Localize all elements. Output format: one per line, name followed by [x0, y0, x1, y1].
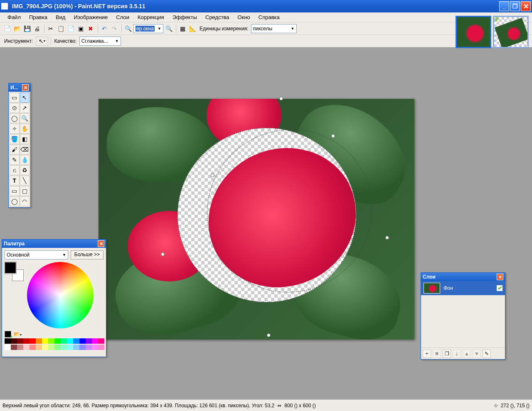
lasso-tool[interactable]: ⊙: [10, 103, 20, 113]
minimize-button[interactable]: _: [499, 1, 509, 11]
menu-window[interactable]: Окно: [234, 13, 254, 21]
rect-tool[interactable]: ▭: [10, 186, 20, 196]
swatch[interactable]: [11, 338, 17, 344]
crop-icon[interactable]: ▣: [76, 24, 85, 33]
swatch[interactable]: [17, 338, 23, 344]
swatch[interactable]: [54, 338, 61, 344]
swatch[interactable]: [42, 345, 48, 350]
swatch[interactable]: [61, 345, 67, 350]
gradient-tool[interactable]: ◧: [20, 134, 30, 144]
doc-thumb-1[interactable]: ✳️: [456, 16, 491, 48]
handle[interactable]: [211, 174, 214, 177]
open-icon[interactable]: 📂: [12, 24, 22, 33]
close-icon[interactable]: ✕: [22, 84, 29, 91]
freeform-tool[interactable]: ◠: [20, 196, 30, 206]
duplicate-layer-icon[interactable]: ❐: [443, 350, 451, 358]
manage-palette-icon[interactable]: 📂▾: [14, 331, 22, 337]
swatch[interactable]: [17, 345, 23, 350]
swatch[interactable]: [23, 345, 30, 350]
add-color-button[interactable]: [5, 331, 11, 338]
menu-image[interactable]: Изображение: [69, 13, 112, 21]
menu-tools[interactable]: Средства: [201, 13, 234, 21]
swatch[interactable]: [30, 338, 36, 344]
copy-icon[interactable]: 📋: [56, 24, 65, 33]
close-icon[interactable]: ✕: [497, 274, 503, 280]
layers-panel[interactable]: Слои✕ Фон ✔ ＋ ✖ ❐ ⤓ ▲ ▼ ✎: [421, 272, 505, 360]
zoom-out-icon[interactable]: 🔍: [123, 24, 133, 33]
ruler-icon[interactable]: 📐: [188, 24, 197, 33]
ellipse-select-tool[interactable]: ◯: [10, 113, 20, 123]
swatch[interactable]: [92, 345, 98, 350]
quality-select[interactable]: Сглажива...▼: [79, 37, 121, 46]
zoom-select[interactable]: ер окна▼: [133, 24, 163, 33]
redo-icon[interactable]: ↷: [110, 24, 119, 33]
fill-tool[interactable]: 🪣: [10, 134, 20, 144]
save-icon[interactable]: 💾: [22, 24, 32, 33]
move-tool-icon[interactable]: ↖▾: [36, 37, 48, 46]
rounded-rect-tool[interactable]: ▢: [20, 186, 30, 196]
move-down-icon[interactable]: ▼: [473, 350, 481, 358]
ellipse-tool[interactable]: ◯: [10, 196, 20, 206]
swatch[interactable]: [36, 345, 42, 350]
swatch-row-1[interactable]: [5, 338, 104, 344]
menu-view[interactable]: Вид: [52, 13, 70, 21]
brush-tool[interactable]: 🖌: [10, 144, 20, 154]
canvas[interactable]: [99, 99, 414, 340]
tools-panel[interactable]: И...✕ ▭ ↖ ⊙ ↗ ◯ 🔍 ✧ ✋ 🪣 ◧ 🖌 ⌫ ✎ 💧 ⎌ ♻ T …: [8, 83, 31, 208]
handle[interactable]: [279, 97, 283, 100]
menu-adjust[interactable]: Коррекция: [133, 13, 168, 21]
color-palette-panel[interactable]: Палитра✕ Основной▼ Больше >> 📂▾: [2, 239, 106, 357]
swatch[interactable]: [5, 345, 11, 350]
paste-icon[interactable]: 📄: [66, 24, 75, 33]
swatch[interactable]: [48, 345, 54, 350]
swatch[interactable]: [92, 338, 98, 344]
grid-icon[interactable]: ▦: [178, 24, 187, 33]
delete-layer-icon[interactable]: ✖: [433, 350, 441, 358]
picker-tool[interactable]: 💧: [20, 155, 30, 165]
pan-tool[interactable]: ✋: [20, 124, 30, 134]
handle[interactable]: [267, 333, 271, 337]
line-tool[interactable]: ╲: [20, 176, 30, 186]
swatch[interactable]: [67, 345, 73, 350]
swatch[interactable]: [79, 338, 86, 344]
zoom-in-icon[interactable]: 🔍: [164, 24, 173, 33]
layers-title[interactable]: Слои✕: [421, 273, 505, 281]
eraser-tool[interactable]: ⌫: [20, 144, 30, 154]
move-selection-tool[interactable]: ↖: [20, 93, 30, 103]
menu-effects[interactable]: Эффекты: [168, 13, 201, 21]
units-select[interactable]: пикселы▼: [251, 24, 297, 33]
close-icon[interactable]: ✕: [98, 240, 104, 247]
swatch[interactable]: [79, 345, 86, 350]
swatch[interactable]: [23, 338, 30, 344]
maximize-button[interactable]: ❐: [510, 1, 520, 11]
move-tool[interactable]: ↗: [20, 103, 30, 113]
swatch[interactable]: [61, 338, 67, 344]
move-up-icon[interactable]: ▲: [463, 350, 471, 358]
more-button[interactable]: Больше >>: [71, 250, 103, 259]
cut-icon[interactable]: ✂: [46, 24, 55, 33]
menu-edit[interactable]: Правка: [25, 13, 52, 21]
merge-down-icon[interactable]: ⤓: [453, 350, 461, 358]
swatch[interactable]: [30, 345, 36, 350]
doc-thumb-2[interactable]: ✳️: [493, 16, 529, 48]
menu-help[interactable]: Справка: [254, 13, 284, 21]
layer-item-background[interactable]: Фон ✔: [421, 281, 505, 295]
close-button[interactable]: ✕: [521, 1, 531, 11]
swatch[interactable]: [86, 338, 92, 344]
add-layer-icon[interactable]: ＋: [423, 350, 431, 358]
print-icon[interactable]: 🖨: [32, 24, 42, 33]
swatch[interactable]: [73, 345, 79, 350]
swatch[interactable]: [36, 338, 42, 344]
undo-icon[interactable]: ↶: [100, 24, 109, 33]
clone-tool[interactable]: ⎌: [10, 165, 20, 175]
layer-visibility-checkbox[interactable]: ✔: [497, 285, 502, 291]
new-icon[interactable]: 📄: [2, 24, 12, 33]
zoom-tool[interactable]: 🔍: [20, 113, 30, 123]
primary-secondary-swatch[interactable]: [5, 262, 24, 281]
magic-wand-tool[interactable]: ✧: [10, 124, 20, 134]
handle[interactable]: [385, 236, 389, 240]
text-tool[interactable]: T: [10, 176, 20, 186]
menu-file[interactable]: Файл: [3, 13, 25, 21]
palette-title[interactable]: Палитра✕: [2, 240, 106, 248]
swatch[interactable]: [11, 345, 17, 350]
